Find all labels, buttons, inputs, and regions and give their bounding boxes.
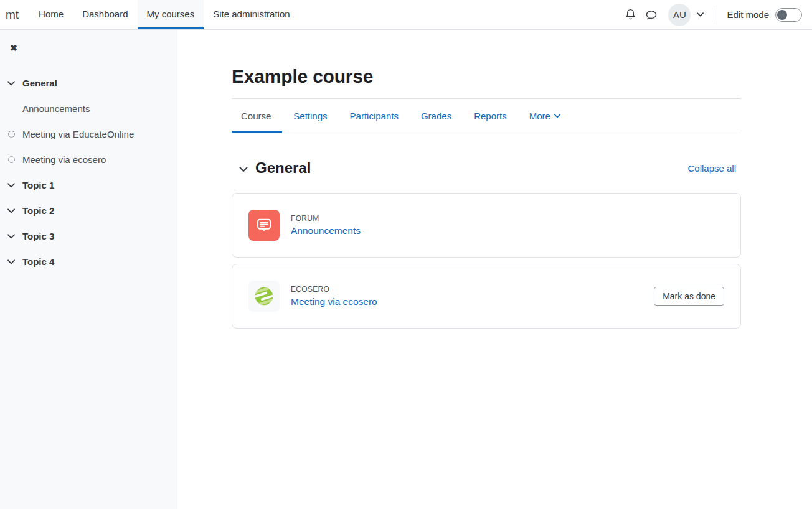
course-tabs: Course Settings Participants Grades Repo…: [232, 99, 741, 133]
sidebar-item-announcements[interactable]: Announcements: [7, 96, 170, 121]
nav-my-courses[interactable]: My courses: [138, 0, 204, 29]
edit-mode-label: Edit mode: [727, 9, 769, 20]
chevron-down-icon: [697, 12, 704, 17]
tab-course[interactable]: Course: [232, 99, 282, 133]
sidebar-item-label: Topic 1: [22, 180, 54, 190]
activity-card-announcements: FORUM Announcements: [232, 193, 741, 258]
sidebar-item-label: Topic 3: [22, 231, 54, 241]
tab-reports[interactable]: Reports: [463, 99, 518, 133]
nav-dashboard[interactable]: Dashboard: [73, 0, 137, 29]
sidebar-item-label: Topic 4: [22, 256, 54, 267]
user-menu[interactable]: AU: [668, 4, 704, 26]
tab-more-label: More: [529, 111, 550, 121]
sidebar-item-label: General: [22, 78, 57, 88]
page-title: Example course: [232, 66, 741, 87]
mark-as-done-button[interactable]: Mark as done: [654, 287, 724, 306]
top-navbar: mt Home Dashboard My courses Site admini…: [0, 0, 812, 30]
chevron-down-icon: [7, 81, 15, 86]
tab-grades[interactable]: Grades: [410, 99, 463, 133]
tab-more[interactable]: More: [518, 99, 572, 133]
activity-list: FORUM Announcements: [232, 193, 741, 329]
tab-participants[interactable]: Participants: [339, 99, 410, 133]
collapse-section-chevron-icon[interactable]: [232, 164, 255, 172]
edit-mode-control: Edit mode: [727, 8, 802, 22]
primary-navigation: Home Dashboard My courses Site administr…: [29, 0, 300, 29]
activity-card-meeting-ecosero: ECOSERO Meeting via ecosero Mark as done: [232, 264, 741, 329]
sidebar-item-topic-3[interactable]: Topic 3: [7, 223, 170, 249]
completion-circle-icon: [8, 156, 15, 163]
avatar[interactable]: AU: [668, 4, 691, 26]
section-title: General: [255, 159, 311, 177]
site-logo[interactable]: mt: [0, 0, 29, 29]
sidebar-item-meeting-educateonline[interactable]: Meeting via EducateOnline: [7, 121, 170, 147]
sidebar-item-label: Meeting via EducateOnline: [22, 129, 134, 139]
notifications-bell-icon[interactable]: [620, 4, 641, 26]
chevron-down-icon: [7, 259, 15, 264]
ecosero-icon: [248, 281, 280, 312]
activity-link-announcements[interactable]: Announcements: [291, 225, 361, 236]
activity-type-label: FORUM: [291, 214, 361, 223]
course-index-drawer: ✖ General Announcements Meeting via Educ…: [0, 30, 177, 509]
messages-chat-icon[interactable]: [641, 4, 662, 26]
collapse-all-link[interactable]: Collapse all: [687, 163, 736, 174]
close-drawer-button[interactable]: ✖: [7, 42, 20, 54]
sidebar-item-meeting-ecosero[interactable]: Meeting via ecosero: [7, 147, 170, 172]
sidebar-item-topic-2[interactable]: Topic 2: [7, 198, 170, 223]
nav-site-administration[interactable]: Site administration: [204, 0, 299, 29]
sidebar-item-topic-4[interactable]: Topic 4: [7, 249, 170, 274]
chevron-down-icon: [7, 208, 15, 213]
activity-type-label: ECOSERO: [291, 285, 377, 294]
activity-link-meeting-ecosero[interactable]: Meeting via ecosero: [291, 296, 377, 307]
tab-settings[interactable]: Settings: [282, 99, 338, 133]
sidebar-item-label: Topic 2: [22, 205, 54, 216]
completion-circle-icon: [8, 131, 15, 138]
sidebar-item-topic-1[interactable]: Topic 1: [7, 172, 170, 198]
nav-home[interactable]: Home: [29, 0, 73, 29]
main-content: Example course Course Settings Participa…: [177, 30, 812, 509]
sidebar-item-label: Announcements: [22, 103, 90, 114]
chevron-down-icon: [554, 114, 560, 118]
sidebar-item-general[interactable]: General: [7, 70, 170, 96]
toggle-knob: [777, 10, 787, 20]
section-header-general: General Collapse all: [232, 159, 741, 177]
sidebar-item-label: Meeting via ecosero: [22, 154, 106, 165]
chevron-down-icon: [7, 234, 15, 239]
chevron-down-icon: [7, 183, 15, 188]
course-index-list: General Announcements Meeting via Educat…: [7, 70, 170, 274]
navbar-divider: [715, 6, 715, 24]
forum-icon: [248, 210, 280, 241]
edit-mode-toggle[interactable]: [775, 8, 802, 22]
